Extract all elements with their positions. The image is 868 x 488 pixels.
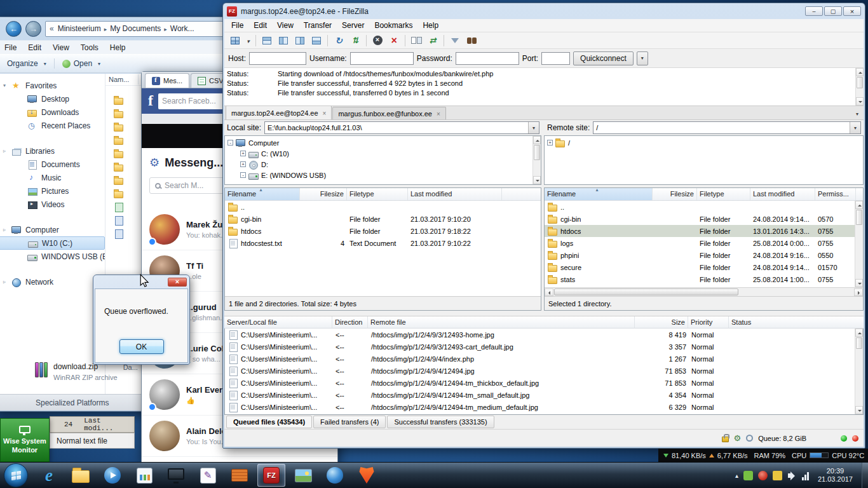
menu-item[interactable]: View <box>48 42 74 53</box>
file-icon[interactable] <box>113 189 125 199</box>
menu-item[interactable]: Bookmarks <box>370 20 417 31</box>
direction-column-header[interactable]: Direction <box>332 316 368 328</box>
file-row[interactable]: stats File folder 25.08.2014 1:00... 075… <box>545 273 863 285</box>
tree-item[interactable]: -E: (WINDOWS USB) <box>225 170 541 180</box>
taskbar-snipping-tool[interactable] <box>194 464 222 487</box>
file-row[interactable]: cgi-bin File folder 24.08.2014 9:14... 0… <box>545 213 863 225</box>
pane-splitter[interactable] <box>224 311 864 316</box>
file-row[interactable]: cgi-bin File folder 21.03.2017 9:10:20 <box>225 213 541 225</box>
tray-icon-yellow[interactable] <box>773 471 782 480</box>
file-row[interactable]: .. <box>225 201 541 213</box>
hidden-icons-chevron-icon[interactable] <box>735 471 738 479</box>
port-input[interactable] <box>541 52 570 65</box>
remotefile-column-header[interactable]: Remote file <box>368 316 635 328</box>
taskbar-internet-explorer[interactable]: e <box>35 464 63 487</box>
remote-hscrollbar[interactable] <box>545 287 863 296</box>
tree-expander-icon[interactable]: ▹ <box>1 227 8 233</box>
synchronized-browsing-icon[interactable] <box>425 34 440 48</box>
sidebar-item[interactable]: Music <box>0 171 105 184</box>
tree-item[interactable]: +D: <box>225 159 541 170</box>
queue-row[interactable]: C:\Users\Ministeerium\... <-- /htdocs/im… <box>225 353 863 365</box>
filename-column-header[interactable]: Filename <box>545 188 653 200</box>
breadcrumb-overflow-chevron[interactable]: « <box>50 24 54 33</box>
tab-list-dropdown-icon[interactable] <box>856 109 861 119</box>
toggle-transfer-queue-icon[interactable] <box>309 34 324 48</box>
filesize-column-header[interactable]: Filesize <box>653 188 697 200</box>
file-row[interactable]: htdocs File folder 21.03.2017 9:18:22 <box>225 225 541 237</box>
remote-site-combo[interactable]: / <box>593 121 861 134</box>
compare-directories-icon[interactable] <box>409 34 424 48</box>
permissions-column-header[interactable]: Permiss... <box>815 188 856 200</box>
menu-item[interactable]: View <box>273 20 298 31</box>
file-row[interactable]: htdocs File folder 13.01.2016 14:3... 07… <box>545 225 863 237</box>
menu-item[interactable]: Help <box>105 42 131 53</box>
refresh-icon[interactable] <box>331 34 346 48</box>
taskbar-windows-explorer[interactable] <box>67 464 95 487</box>
filetype-column-header[interactable]: Filetype <box>347 188 408 200</box>
cancel-operation-icon[interactable] <box>370 34 385 48</box>
password-input[interactable] <box>456 52 519 65</box>
sidebar-item[interactable]: ▾ Favorites <box>0 79 105 92</box>
close-icon[interactable] <box>168 278 187 287</box>
file-row[interactable]: secure File folder 24.08.2014 9:14... 01… <box>545 261 863 273</box>
tree-expander-icon[interactable]: - <box>227 140 233 146</box>
file-row[interactable]: logs File folder 25.08.2014 0:00... 0755 <box>545 237 863 249</box>
organize-button[interactable]: Organize <box>2 57 51 70</box>
sidebar-item[interactable]: W10 (C:) <box>0 236 105 250</box>
log-scrollbar[interactable] <box>855 68 864 105</box>
tray-icon-green[interactable] <box>743 471 753 480</box>
session-tab[interactable]: margus.funbox.ee@funbox.ee <box>332 107 445 119</box>
size-column-header[interactable]: Size <box>635 316 688 328</box>
breadcrumb-segment[interactable]: My Documents <box>101 24 161 33</box>
taskbar-system-monitor-app[interactable] <box>130 464 158 487</box>
file-icon[interactable] <box>113 122 125 132</box>
menu-item[interactable]: Edit <box>249 20 271 31</box>
taskbar-firewall[interactable] <box>226 464 254 487</box>
file-row[interactable]: phpini File folder 24.08.2014 9:16... 05… <box>545 249 863 261</box>
file-icon[interactable] <box>113 162 125 172</box>
volume-icon[interactable] <box>787 471 797 480</box>
sidebar-item[interactable]: Pictures <box>0 184 105 198</box>
taskbar-photo-viewer[interactable] <box>289 464 317 487</box>
show-desktop-button[interactable] <box>862 463 868 488</box>
queue-row[interactable]: C:\Users\Ministeerium\... <-- /htdocs/im… <box>225 329 863 341</box>
status-column-header[interactable]: Status <box>729 316 864 328</box>
taskbar-clock[interactable]: 20:39 21.03.2017 <box>818 467 853 484</box>
taskbar-brave[interactable] <box>353 464 381 487</box>
queue-row[interactable]: C:\Users\Ministeerium\... <-- /htdocs/im… <box>225 401 863 413</box>
remote-list-scrollbar[interactable] <box>855 201 863 287</box>
ok-button[interactable]: OK <box>119 339 164 354</box>
queue-row[interactable]: C:\Users\Ministeerium\... <-- /htdocs/im… <box>225 377 863 389</box>
toggle-remote-tree-icon[interactable] <box>292 34 308 48</box>
titlebar[interactable]: FZ margus.top24.ee@top24.ee - FileZilla <box>223 3 865 19</box>
menu-item[interactable]: Transfer <box>299 20 336 31</box>
tree-expander-icon[interactable]: + <box>240 161 246 167</box>
tree-expander-icon[interactable]: + <box>240 151 246 156</box>
site-manager-dropdown-icon[interactable] <box>244 34 252 48</box>
maximize-button[interactable] <box>824 6 842 16</box>
breadcrumb-segment[interactable]: Ministeerium <box>58 24 101 33</box>
file-row[interactable]: htdocstest.txt 4 Text Document 21.03.201… <box>225 237 541 249</box>
site-manager-icon[interactable] <box>227 34 243 48</box>
browser-tab[interactable]: Mes... <box>145 73 189 88</box>
taskbar-filezilla[interactable]: FZ <box>257 464 285 487</box>
file-icon[interactable] <box>113 175 125 186</box>
breadcrumb-segment[interactable]: Work... <box>161 24 194 33</box>
sidebar-item[interactable]: ▹ Libraries <box>0 144 105 158</box>
toggle-local-tree-icon[interactable] <box>276 34 291 48</box>
back-button[interactable] <box>6 21 22 37</box>
file-icon[interactable] <box>113 202 125 212</box>
sidebar-item[interactable]: ▹ Computer <box>0 223 105 236</box>
queue-row[interactable]: C:\Users\Ministeerium\... <-- /htdocs/im… <box>225 389 863 401</box>
network-icon[interactable] <box>802 471 809 480</box>
menu-item[interactable]: Help <box>418 20 443 31</box>
queue-tab[interactable]: Successful transfers (333135) <box>387 416 494 428</box>
tree-expander-icon[interactable]: ▾ <box>1 83 8 88</box>
forward-button[interactable] <box>25 21 41 37</box>
priority-column-header[interactable]: Priority <box>688 316 729 328</box>
file-icon[interactable] <box>113 229 125 239</box>
file-icon[interactable] <box>113 109 125 119</box>
local-site-combo[interactable]: E:\fun.backup\top24.full.21.03\ <box>264 121 539 134</box>
taskbar-media-player[interactable] <box>98 464 126 487</box>
menu-item[interactable]: Server <box>337 20 369 31</box>
